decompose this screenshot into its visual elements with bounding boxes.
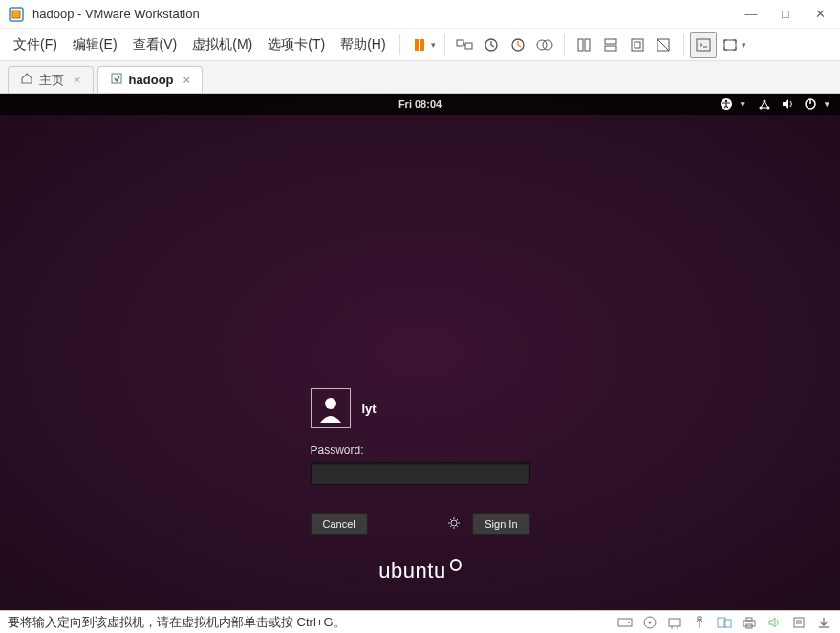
fit-guest-button[interactable] — [624, 32, 651, 58]
menu-help[interactable]: 帮助(H) — [333, 33, 393, 57]
tab-home-label: 主页 — [39, 72, 64, 89]
ubuntu-login-screen: Fri 08:04 ▾ ▾ — [0, 94, 840, 610]
svg-point-41 — [628, 622, 630, 623]
menubar: 文件(F) 编辑(E) 查看(V) 虚拟机(M) 选项卡(T) 帮助(H) ▾ … — [0, 29, 840, 61]
login-user: lyt — [311, 388, 530, 428]
window-title: hadoop - VMware Workstation — [32, 7, 739, 21]
fullscreen-button[interactable] — [717, 32, 743, 58]
status-devices — [616, 614, 832, 631]
svg-point-30 — [325, 398, 336, 409]
password-label: Password: — [311, 444, 530, 457]
accessibility-dropdown[interactable]: ▾ — [741, 99, 745, 109]
system-tray: ▾ ▾ — [720, 94, 832, 115]
svg-rect-19 — [697, 39, 710, 51]
titlebar: hadoop - VMware Workstation — □ ✕ — [0, 0, 840, 29]
network-icon[interactable] — [758, 98, 771, 111]
svg-point-10 — [543, 40, 552, 50]
svg-rect-13 — [605, 39, 616, 44]
manage-snapshot-button[interactable] — [531, 32, 558, 58]
window-controls: — □ ✕ — [739, 7, 832, 21]
sound-icon[interactable] — [765, 614, 783, 631]
ubuntu-logo: ubuntu — [378, 558, 461, 583]
menu-view[interactable]: 查看(V) — [125, 33, 185, 57]
svg-rect-12 — [585, 39, 590, 51]
vmware-app-icon — [8, 6, 25, 23]
svg-line-38 — [450, 526, 452, 528]
svg-rect-2 — [415, 39, 419, 51]
power-icon[interactable] — [804, 98, 817, 111]
svg-rect-53 — [794, 618, 804, 627]
volume-icon[interactable] — [781, 98, 794, 111]
minimize-button[interactable]: — — [739, 7, 764, 21]
svg-point-43 — [649, 621, 652, 623]
accessibility-icon[interactable] — [720, 98, 733, 111]
status-hint: 要将输入定向到该虚拟机，请在虚拟机内部单击或按 Ctrl+G。 — [8, 614, 346, 631]
menu-vm[interactable]: 虚拟机(M) — [184, 33, 260, 57]
send-ctrl-alt-del-button[interactable] — [451, 32, 478, 58]
tab-close-icon[interactable]: × — [183, 73, 191, 87]
svg-line-36 — [450, 519, 452, 521]
svg-rect-47 — [698, 617, 701, 620]
separator — [564, 34, 565, 55]
tile-button[interactable] — [571, 32, 597, 58]
svg-rect-4 — [457, 40, 463, 46]
svg-point-24 — [725, 100, 728, 103]
pause-dropdown[interactable]: ▾ — [431, 40, 436, 50]
password-input[interactable] — [311, 462, 530, 485]
svg-line-37 — [457, 526, 459, 528]
separator — [399, 34, 400, 55]
avatar — [311, 388, 351, 428]
maximize-button[interactable]: □ — [773, 7, 798, 21]
cancel-button[interactable]: Cancel — [311, 513, 368, 535]
svg-rect-44 — [669, 619, 680, 626]
console-view-button[interactable] — [690, 32, 717, 58]
svg-rect-51 — [746, 618, 752, 621]
svg-line-18 — [657, 39, 669, 51]
cascade-button[interactable] — [597, 32, 624, 58]
home-icon — [20, 72, 33, 88]
statusbar: 要将输入定向到该虚拟机，请在虚拟机内部单击或按 Ctrl+G。 — [0, 610, 840, 633]
floppy-icon[interactable] — [716, 614, 733, 631]
pause-button[interactable] — [406, 32, 433, 58]
login-actions: Cancel Sign In — [311, 513, 530, 535]
svg-rect-21 — [724, 40, 736, 50]
svg-rect-1 — [12, 11, 20, 18]
session-options-icon[interactable] — [447, 516, 463, 532]
clock: Fri 08:04 — [398, 98, 442, 110]
cddvd-icon[interactable] — [641, 614, 658, 631]
usb-icon[interactable] — [691, 614, 708, 631]
svg-rect-11 — [578, 39, 583, 51]
vm-viewport[interactable]: Fri 08:04 ▾ ▾ — [0, 94, 840, 610]
unity-button[interactable] — [651, 32, 678, 58]
revert-snapshot-button[interactable] — [505, 32, 531, 58]
fullscreen-dropdown[interactable]: ▾ — [742, 40, 746, 50]
snapshot-button[interactable] — [478, 32, 505, 58]
menu-file[interactable]: 文件(F) — [6, 33, 65, 57]
separator — [683, 34, 684, 55]
tab-hadoop[interactable]: hadoop × — [97, 66, 204, 93]
login-box: lyt Password: Cancel Sign In — [311, 388, 530, 535]
install-tools-icon[interactable] — [815, 614, 832, 631]
svg-line-39 — [457, 519, 459, 521]
tab-hadoop-label: hadoop — [129, 73, 174, 87]
tabbar: 主页 × hadoop × — [0, 61, 840, 94]
ubuntu-circle-icon — [450, 559, 462, 571]
menu-edit[interactable]: 编辑(E) — [65, 33, 125, 57]
svg-rect-16 — [635, 42, 640, 48]
svg-point-31 — [451, 520, 457, 526]
signin-button[interactable]: Sign In — [472, 513, 529, 535]
svg-rect-3 — [420, 39, 424, 51]
tab-close-icon[interactable]: × — [74, 73, 81, 87]
message-log-icon[interactable] — [790, 614, 808, 631]
svg-rect-5 — [465, 43, 472, 49]
tab-home[interactable]: 主页 × — [8, 66, 94, 93]
menu-tabs[interactable]: 选项卡(T) — [260, 33, 333, 57]
separator — [444, 34, 445, 55]
svg-rect-14 — [605, 46, 616, 51]
close-button[interactable]: ✕ — [808, 7, 832, 21]
network-adapter-icon[interactable] — [666, 614, 683, 631]
harddisk-icon[interactable] — [616, 614, 634, 631]
ubuntu-topbar: Fri 08:04 ▾ ▾ — [0, 94, 840, 115]
printer-icon[interactable] — [741, 614, 758, 631]
power-dropdown[interactable]: ▾ — [825, 99, 829, 109]
